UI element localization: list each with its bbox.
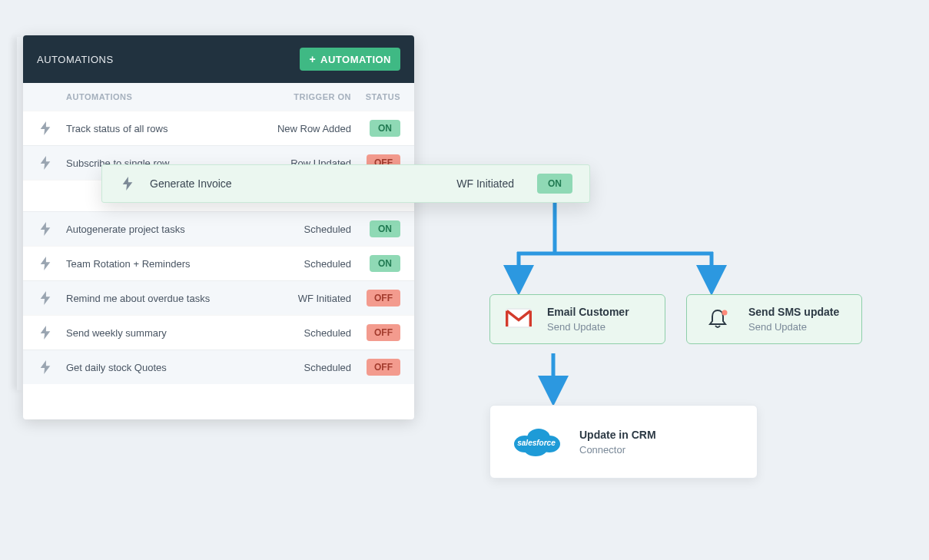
flow-card-crm[interactable]: salesforce Update in CRM Connector <box>489 405 758 479</box>
svg-point-6 <box>722 310 728 315</box>
panel-shadow <box>17 37 23 390</box>
panel-footer-space <box>23 384 414 419</box>
flow-card-subtitle: Connector <box>579 444 656 456</box>
panel-title: AUTOMATIONS <box>37 54 114 65</box>
automation-row[interactable]: Get daily stock Quotes Scheduled OFF <box>23 350 414 384</box>
automation-row-highlighted[interactable]: Generate Invoice WF Initiated ON <box>101 164 590 203</box>
automation-trigger: Scheduled <box>259 224 351 235</box>
automation-trigger: WF Initiated <box>456 177 514 190</box>
automation-name: Autogenerate project tasks <box>66 224 259 235</box>
panel-header: AUTOMATIONS + AUTOMATION <box>23 35 414 83</box>
status-badge[interactable]: OFF <box>357 359 400 376</box>
automations-panel: AUTOMATIONS + AUTOMATION AUTOMATIONS TRI… <box>23 35 414 419</box>
automation-trigger: Scheduled <box>259 258 351 270</box>
status-badge[interactable]: ON <box>537 174 572 194</box>
automation-row[interactable]: Team Rotation + Reminders Scheduled ON <box>23 246 414 280</box>
flow-card-subtitle: Send Update <box>748 321 839 333</box>
flow-card-sms[interactable]: Send SMS update Send Update <box>686 294 862 344</box>
gmail-icon <box>506 308 532 331</box>
column-header-trigger: TRIGGER ON <box>259 92 351 101</box>
automation-row[interactable]: Autogenerate project tasks Scheduled ON <box>23 211 414 246</box>
automation-name: Generate Invoice <box>150 177 456 190</box>
flow-card-title: Send SMS update <box>748 306 839 318</box>
status-badge[interactable]: ON <box>357 220 400 237</box>
svg-text:salesforce: salesforce <box>517 439 556 447</box>
automation-trigger: Scheduled <box>259 327 351 339</box>
status-badge[interactable]: ON <box>357 120 400 137</box>
new-automation-label: AUTOMATION <box>320 54 391 65</box>
bolt-icon <box>37 121 54 135</box>
table-header: AUTOMATIONS TRIGGER ON STATUS <box>23 83 414 111</box>
column-header-status: STATUS <box>357 92 400 101</box>
bolt-icon <box>37 291 54 305</box>
flow-card-title: Update in CRM <box>579 429 656 441</box>
bolt-icon <box>37 360 54 374</box>
automation-trigger: New Row Added <box>259 123 351 134</box>
automation-name: Remind me about overdue tasks <box>66 293 259 304</box>
flow-card-title: Email Customer <box>547 306 629 318</box>
automation-name: Team Rotation + Reminders <box>66 258 259 270</box>
flow-card-email[interactable]: Email Customer Send Update <box>489 294 665 344</box>
new-automation-button[interactable]: + AUTOMATION <box>300 48 400 71</box>
bolt-icon <box>119 177 136 191</box>
automation-trigger: Scheduled <box>259 362 351 373</box>
automation-row[interactable]: Track status of all rows New Row Added O… <box>23 111 414 145</box>
status-badge[interactable]: OFF <box>357 290 400 307</box>
column-header-name: AUTOMATIONS <box>66 92 259 101</box>
salesforce-icon: salesforce <box>509 422 564 461</box>
flow-card-subtitle: Send Update <box>547 321 629 333</box>
automation-name: Get daily stock Quotes <box>66 362 259 373</box>
automation-trigger: WF Initiated <box>259 293 351 304</box>
bell-icon <box>702 307 733 332</box>
status-badge[interactable]: ON <box>357 255 400 272</box>
bolt-icon <box>37 156 54 170</box>
automation-row[interactable]: Send weekly summary Scheduled OFF <box>23 315 414 350</box>
bolt-icon <box>37 222 54 236</box>
bolt-icon <box>37 257 54 270</box>
plus-icon: + <box>309 53 316 65</box>
bolt-icon <box>37 326 54 340</box>
automation-name: Send weekly summary <box>66 327 259 339</box>
automation-name: Track status of all rows <box>66 123 259 134</box>
automation-row[interactable]: Remind me about overdue tasks WF Initiat… <box>23 280 414 315</box>
status-badge[interactable]: OFF <box>357 324 400 341</box>
